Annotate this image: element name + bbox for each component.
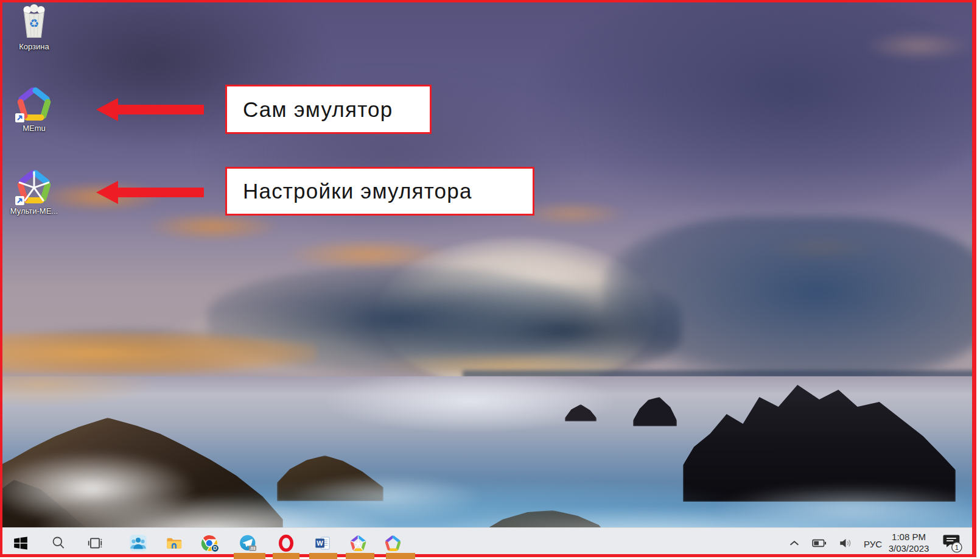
taskbar-app-chrome[interactable]: D (198, 532, 222, 555)
word-icon: W (314, 535, 331, 552)
frame-border (972, 0, 976, 559)
frame-border (0, 0, 2, 559)
speaker-icon (838, 535, 854, 551)
shortcut-arrow-icon (15, 196, 24, 205)
clock-time: 1:08 PM (881, 531, 937, 543)
windows-logo-icon (13, 535, 29, 551)
tray-battery-button[interactable] (807, 532, 831, 555)
taskbar-app-word[interactable]: W (310, 532, 335, 555)
chrome-icon: D (200, 534, 220, 552)
action-center-button[interactable]: 1 (939, 532, 965, 555)
frame-margin (976, 0, 980, 559)
wallpaper-foam (718, 486, 980, 530)
orange-strip (309, 553, 337, 559)
telegram-badge: .03 (250, 546, 256, 550)
start-button[interactable] (9, 532, 33, 555)
orange-strip (234, 553, 265, 559)
chrome-badge: D (213, 545, 217, 551)
telegram-icon: .03 (239, 534, 258, 552)
language-label: РУС (864, 539, 882, 549)
task-view-button[interactable] (83, 532, 107, 555)
annotation-text: Сам эмулятор (243, 97, 393, 122)
annotation-label-emulator-settings: Настройки эмулятора (225, 167, 534, 216)
annotation-text: Настройки эмулятора (243, 179, 472, 203)
desktop-icon-label: Корзина (5, 42, 63, 51)
people-app-icon (129, 534, 147, 552)
desktop-icon-label: Мульти-ME... (5, 206, 63, 216)
arrow-shaft (117, 105, 204, 114)
taskbar-app-people[interactable] (126, 532, 150, 555)
orange-strip (273, 553, 299, 559)
opera-icon (278, 534, 295, 552)
task-view-icon (87, 535, 103, 551)
desktop-icon-memu[interactable]: MEmu (5, 86, 63, 133)
arrow-head (96, 181, 118, 204)
word-letter: W (317, 540, 323, 547)
clock-date: 3/03/2023 (881, 543, 937, 554)
taskbar-app-opera[interactable] (274, 532, 298, 555)
shortcut-arrow-icon (15, 113, 24, 122)
wallpaper-cloud (864, 30, 974, 61)
arrow-shaft (117, 188, 204, 197)
notification-icon: 1 (940, 533, 964, 554)
recycle-bin-icon: ♻ (19, 4, 49, 39)
tray-volume-button[interactable] (834, 532, 858, 555)
wallpaper-cloud (146, 212, 280, 241)
desktop-icon-label: MEmu (5, 124, 63, 133)
multi-memu-icon (350, 535, 366, 552)
taskbar-app-file-explorer[interactable] (162, 532, 186, 555)
tray-chevron-button[interactable] (782, 532, 807, 555)
orange-strip (386, 553, 415, 559)
annotation-label-emulator: Сам эмулятор (225, 85, 432, 134)
orange-strip (346, 553, 374, 559)
screenshot-frame: ♻ Корзина MEmu Мульти-ME... Сам эмул (0, 0, 980, 559)
recycle-symbol: ♻ (29, 17, 40, 30)
notification-badge: 1 (955, 544, 959, 551)
taskbar-search-button[interactable] (46, 532, 71, 555)
taskbar-app-telegram[interactable]: .03 (236, 532, 261, 555)
wallpaper-horizon-glow (0, 332, 317, 374)
taskbar-app-memu[interactable] (380, 532, 405, 555)
taskbar-app-multi-memu[interactable] (346, 532, 370, 555)
memu-icon (385, 535, 401, 552)
search-icon (51, 535, 66, 551)
wallpaper-storm-cloud (603, 216, 980, 384)
file-explorer-icon (166, 535, 183, 552)
battery-icon (811, 535, 827, 551)
chevron-up-icon (788, 536, 801, 550)
desktop-icon-recycle-bin[interactable]: ♻ Корзина (5, 4, 63, 51)
desktop-icon-multi-memu[interactable]: Мульти-ME... (5, 169, 63, 216)
desktop-wallpaper (0, 0, 980, 530)
arrow-head (96, 98, 118, 121)
taskbar-clock[interactable]: 1:08 PM 3/03/2023 (881, 531, 937, 554)
frame-border (0, 0, 980, 2)
